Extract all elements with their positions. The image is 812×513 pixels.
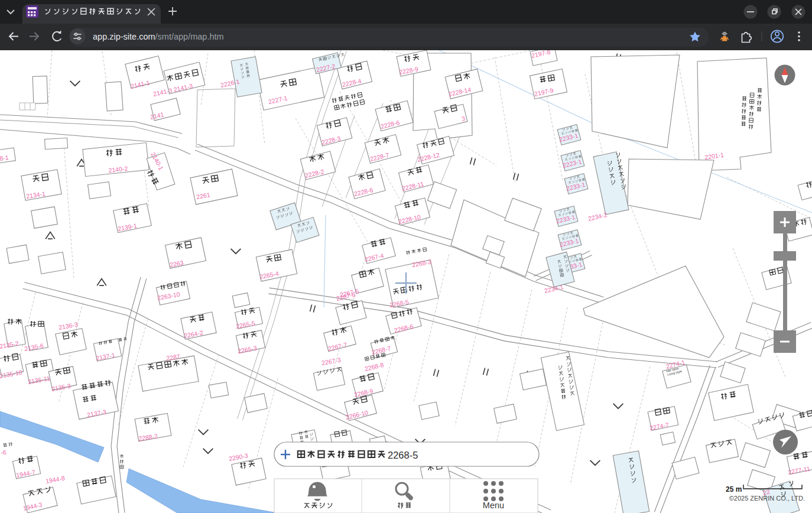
svg-text:Menu: Menu: [483, 501, 504, 510]
svg-text:2268-5: 2268-5: [388, 450, 418, 460]
